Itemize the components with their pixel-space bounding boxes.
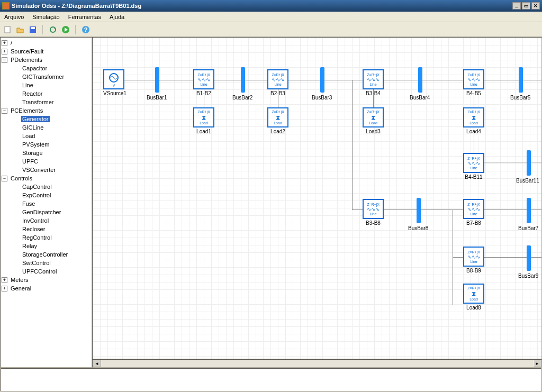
save-button[interactable] <box>28 24 38 35</box>
close-button[interactable]: ✕ <box>531 2 540 10</box>
menu-bar: Arquivo Simulação Ferramentas Ajuda <box>0 12 542 22</box>
tree-upfc[interactable]: UPFC <box>2 157 91 166</box>
toolbar: ? <box>0 22 542 37</box>
block-b4b11[interactable]: Z=R+jX∿∿∿LineB4-B11 <box>463 153 484 180</box>
tree-meters[interactable]: +Meters <box>2 276 91 284</box>
busbar9-label: BusBar9 <box>518 273 538 279</box>
tree-expcontrol[interactable]: ExpControl <box>2 191 91 199</box>
tree-regcontrol[interactable]: RegControl <box>2 233 91 242</box>
scroll-track[interactable] <box>101 360 533 367</box>
output-panel[interactable] <box>1 368 541 391</box>
tree-reactor[interactable]: Reactor <box>2 89 91 98</box>
block-b7b8[interactable]: Z=R+jX∿∿∿LineB7-B8 <box>463 199 484 226</box>
help-button[interactable]: ? <box>80 24 91 35</box>
tree-capacitor[interactable]: Capacitor <box>2 64 91 72</box>
wire-b3b8-v <box>352 80 353 209</box>
tree-vsconverter[interactable]: VSConverter <box>2 166 91 174</box>
block-load1[interactable]: Z=R+jX⧗LoadLoad1 <box>193 107 214 134</box>
busbar4-label: BusBar4 <box>410 95 430 101</box>
busbar2-label: BusBar2 <box>232 95 252 101</box>
toolbar-divider <box>42 25 43 34</box>
toolbar-divider-2 <box>75 25 76 34</box>
busbar7[interactable] <box>527 198 531 223</box>
tree-pcelements[interactable]: −PCElements <box>2 106 91 115</box>
tree-relay[interactable]: Relay <box>2 242 91 250</box>
busbar9[interactable] <box>527 245 531 271</box>
scroll-right-button[interactable]: ► <box>533 360 541 367</box>
tree-load[interactable]: Load <box>2 132 91 140</box>
minimize-button[interactable]: _ <box>512 2 521 10</box>
svg-rect-2 <box>31 27 35 29</box>
tree-line[interactable]: Line <box>2 81 91 89</box>
diagram-canvas[interactable]: V VSource1 BusBar1 BusBar2 BusBar3 BusBa… <box>92 37 542 359</box>
busbar11[interactable] <box>527 150 531 176</box>
busbar3-label: BusBar3 <box>312 95 332 101</box>
maximize-button[interactable]: ▭ <box>522 2 530 10</box>
tree-storagecontroller[interactable]: StorageController <box>2 250 91 259</box>
block-load8[interactable]: Z=R+jX⧗LoadLoad8 <box>463 284 484 311</box>
busbar3[interactable] <box>320 67 324 93</box>
menu-arquivo[interactable]: Arquivo <box>4 14 24 20</box>
tree-sidebar[interactable]: +/ +Source/Fault −PDelements Capacitor G… <box>0 37 92 368</box>
svg-rect-0 <box>5 26 10 33</box>
tree-gendispatcher[interactable]: GenDispatcher <box>2 208 91 216</box>
busbar2[interactable] <box>241 67 245 93</box>
tree-general[interactable]: +General <box>2 284 91 293</box>
tree-recloser[interactable]: Recloser <box>2 225 91 233</box>
block-b3b8[interactable]: Z=R+jX∿∿∿LineB3-B8 <box>363 199 384 226</box>
block-load4[interactable]: Z=R+jX⧗LoadLoad4 <box>463 107 484 134</box>
tree-fuse[interactable]: Fuse <box>2 199 91 208</box>
window-title: Simulador Odss - Z:\DiagramaBarra\T9B01.… <box>12 3 511 9</box>
tree-invcontrol[interactable]: InvControl <box>2 216 91 225</box>
menu-ferramentas[interactable]: Ferramentas <box>68 14 101 20</box>
tree-source-fault[interactable]: +Source/Fault <box>2 47 91 56</box>
block-load2[interactable]: Z=R+jX⧗LoadLoad2 <box>267 107 288 134</box>
tree-pvsystem[interactable]: PVSystem <box>2 140 91 149</box>
block-b3b4[interactable]: Z=R+jX∿∿∿LineB3-B4 <box>363 69 384 96</box>
tree-upfccontrol[interactable]: UPFCControl <box>2 267 91 276</box>
title-bar: Simulador Odss - Z:\DiagramaBarra\T9B01.… <box>0 0 542 12</box>
block-b2b3[interactable]: Z=R+jX∿∿∿LineB2-B3 <box>267 69 288 96</box>
tree-gictransformer[interactable]: GICTransformer <box>2 72 91 81</box>
new-file-button[interactable] <box>2 24 13 35</box>
tree-swtcontrol[interactable]: SwtControl <box>2 259 91 267</box>
busbar4[interactable] <box>418 67 422 93</box>
scroll-left-button[interactable]: ◄ <box>93 360 101 367</box>
busbar1-label: BusBar1 <box>147 95 167 101</box>
refresh-button[interactable] <box>48 24 58 35</box>
open-file-button[interactable] <box>15 24 25 35</box>
app-icon <box>2 2 10 10</box>
tree-gicline[interactable]: GICLine <box>2 123 91 132</box>
tree-transformer[interactable]: Transformer <box>2 98 91 106</box>
tree-capcontrol[interactable]: CapControl <box>2 183 91 191</box>
horizontal-scrollbar[interactable]: ◄ ► <box>92 359 542 368</box>
block-vsource1[interactable]: V VSource1 <box>103 69 127 96</box>
tree-storage[interactable]: Storage <box>2 149 91 157</box>
tree-pdelements[interactable]: −PDelements <box>2 56 91 64</box>
menu-ajuda[interactable]: Ajuda <box>110 14 124 20</box>
busbar7-label: BusBar7 <box>518 225 538 231</box>
tree-generator[interactable]: Generator <box>2 115 91 123</box>
busbar8-label: BusBar8 <box>408 225 428 231</box>
block-b1b2[interactable]: Z=R+jX∿∿∿LineB1-B2 <box>193 69 214 96</box>
tree-controls[interactable]: −Controls <box>2 174 91 183</box>
busbar5[interactable] <box>519 67 523 93</box>
busbar5-label: BusBar5 <box>510 95 530 101</box>
busbar8[interactable] <box>417 198 421 223</box>
block-b4b5[interactable]: Z=R+jX∿∿∿LineB4-B5 <box>463 69 484 96</box>
busbar11-label: BusBar11 <box>516 178 539 184</box>
block-b8b9[interactable]: Z=R+jX∿∿∿LineB8-B9 <box>463 247 484 274</box>
menu-simulacao[interactable]: Simulação <box>32 14 59 20</box>
run-button[interactable] <box>60 24 71 35</box>
block-load3[interactable]: Z=R+jX⧗LoadLoad3 <box>363 107 384 134</box>
busbar1[interactable] <box>155 67 159 93</box>
svg-text:?: ? <box>84 26 88 33</box>
tree-root[interactable]: +/ <box>2 39 91 47</box>
